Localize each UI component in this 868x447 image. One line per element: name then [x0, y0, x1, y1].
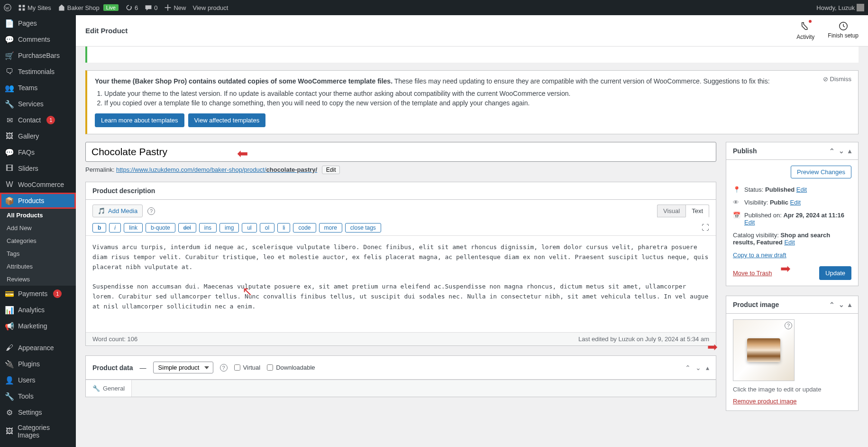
help-icon[interactable]: ? — [220, 364, 228, 372]
submenu-reviews[interactable]: Reviews — [0, 273, 76, 286]
edit-visibility-link[interactable]: Edit — [790, 199, 801, 206]
sidebar-item-plugins[interactable]: 🔌Plugins — [0, 356, 76, 372]
qtag-bquote[interactable]: b-quote — [146, 223, 175, 233]
chevron-up-icon[interactable]: ⌃ — [685, 364, 691, 372]
qtag-ul[interactable]: ul — [242, 223, 256, 233]
my-sites-link[interactable]: My Sites — [18, 4, 51, 11]
remove-image-link[interactable]: Remove product image — [733, 398, 796, 405]
sidebar-item-users[interactable]: 👤Users — [0, 372, 76, 388]
sidebar-item-analytics[interactable]: 📊Analytics — [0, 302, 76, 318]
tab-visual[interactable]: Visual — [657, 205, 685, 217]
dismiss-button[interactable]: ⊘Dismiss — [823, 75, 852, 83]
qtag-img[interactable]: img — [219, 223, 239, 233]
chevron-down-icon[interactable]: ⌄ — [839, 147, 844, 155]
qtag-close[interactable]: close tags — [345, 223, 381, 233]
help-icon[interactable]: ? — [785, 322, 792, 329]
sidebar-item-woocommerce[interactable]: WWooCommerce — [0, 177, 76, 193]
add-media-button[interactable]: 🎵Add Media — [92, 205, 143, 217]
plugin-icon: 🔌 — [5, 359, 14, 369]
sidebar-item-contact[interactable]: ✉Contact1 — [0, 112, 76, 128]
comments-link[interactable]: 0 — [145, 4, 157, 11]
sidebar-item-appearance[interactable]: 🖌Appearance — [0, 340, 76, 356]
chevron-down-icon[interactable]: ⌄ — [695, 364, 701, 372]
qtag-li[interactable]: li — [277, 223, 290, 233]
sidebar-item-comments[interactable]: 💬Comments — [0, 31, 76, 47]
sidebar-item-sliders[interactable]: 🎞Sliders — [0, 160, 76, 177]
notification-dot-icon — [809, 20, 812, 23]
wp-logo-icon[interactable] — [4, 4, 11, 11]
permalink-link[interactable]: https://www.luzukdemo.com/demo/baker-sho… — [116, 166, 317, 173]
sidebar-item-purchasebars[interactable]: 🛒PurchaseBars — [0, 47, 76, 64]
sidebar-item-payments[interactable]: 💳Payments1 — [0, 286, 76, 302]
sidebar-item-products[interactable]: 📦Products — [0, 193, 76, 209]
submenu-all-products[interactable]: All Products — [0, 209, 76, 222]
toggle-icon[interactable]: ▴ — [848, 147, 851, 155]
submenu-categories[interactable]: Categories — [0, 234, 76, 247]
view-affected-button[interactable]: View affected templates — [188, 113, 266, 127]
submenu-add-new[interactable]: Add New — [0, 222, 76, 234]
description-title: Product description — [92, 187, 155, 195]
edit-catalog-link[interactable]: Edit — [784, 239, 795, 246]
arrow-annotation-icon: ⬅ — [237, 146, 248, 161]
qtag-ol[interactable]: ol — [260, 223, 274, 233]
update-button[interactable]: Update — [819, 266, 851, 280]
contact-badge: 1 — [46, 116, 55, 124]
description-postbox: Product description 🎵Add Media ? Visual … — [85, 182, 716, 346]
sidebar-item-teams[interactable]: 👥Teams — [0, 80, 76, 96]
view-product-link[interactable]: View product — [192, 4, 228, 11]
product-type-select[interactable]: Simple product — [153, 362, 213, 373]
edit-slug-button[interactable]: Edit — [322, 166, 340, 174]
admin-sidebar: 📄Pages 💬Comments 🛒PurchaseBars 🗨Testimon… — [0, 15, 76, 447]
sidebar-item-services[interactable]: 🔧Services — [0, 96, 76, 112]
sidebar-item-settings[interactable]: ⚙Settings — [0, 404, 76, 420]
tab-general[interactable]: 🔧General — [86, 380, 132, 397]
product-image-thumbnail[interactable]: ? — [733, 319, 795, 381]
image-hint: Click the image to edit or update — [733, 386, 851, 393]
qtag-b[interactable]: b — [92, 223, 106, 233]
product-title-input[interactable] — [85, 142, 716, 162]
qtag-code[interactable]: code — [293, 223, 316, 233]
copy-draft-link[interactable]: Copy to a new draft — [733, 251, 786, 259]
activity-button[interactable]: Activity — [796, 21, 814, 40]
user-icon: 👤 — [5, 375, 14, 385]
qtag-more[interactable]: more — [319, 223, 342, 233]
image-icon: 🖼 — [5, 427, 14, 436]
qtag-i[interactable]: i — [109, 223, 121, 233]
help-icon[interactable]: ? — [147, 207, 155, 215]
move-trash-link[interactable]: Move to Trash — [733, 270, 772, 277]
sidebar-item-categories-images[interactable]: 🖼Categories Images — [0, 420, 76, 442]
qtag-ins[interactable]: ins — [199, 223, 217, 233]
new-link[interactable]: New — [164, 4, 186, 11]
learn-more-button[interactable]: Learn more about templates — [95, 113, 184, 127]
qtag-del[interactable]: del — [178, 223, 196, 233]
chevron-up-icon[interactable]: ⌃ — [829, 301, 835, 308]
toggle-icon[interactable]: ▴ — [848, 301, 851, 308]
edit-date-link[interactable]: Edit — [744, 219, 755, 226]
sidebar-item-faqs[interactable]: 💬FAQs — [0, 144, 76, 160]
tab-text[interactable]: Text — [685, 205, 709, 217]
fullscreen-icon[interactable]: ⛶ — [702, 224, 709, 232]
sidebar-item-tools[interactable]: 🔧Tools — [0, 388, 76, 404]
downloadable-checkbox[interactable]: Downloadable — [267, 364, 315, 371]
updates-link[interactable]: 6 — [125, 4, 138, 11]
content-textarea[interactable] — [86, 236, 716, 331]
sidebar-item-marketing[interactable]: 📢Marketing — [0, 318, 76, 334]
sidebar-item-pages[interactable]: 📄Pages — [0, 15, 76, 31]
submenu-attributes[interactable]: Attributes — [0, 260, 76, 273]
toggle-icon[interactable]: ▴ — [706, 364, 709, 372]
payments-badge: 1 — [53, 289, 62, 298]
howdy-link[interactable]: Howdy, Luzuk — [816, 4, 864, 11]
testimonial-icon: 🗨 — [5, 67, 14, 76]
qtag-link[interactable]: link — [124, 223, 143, 233]
chevron-down-icon[interactable]: ⌄ — [839, 301, 844, 308]
sidebar-item-gallery[interactable]: 🖼Gallery — [0, 128, 76, 144]
product-icon: 📦 — [5, 196, 14, 205]
site-name-link[interactable]: Baker ShopLive — [58, 4, 119, 11]
submenu-tags[interactable]: Tags — [0, 247, 76, 260]
virtual-checkbox[interactable]: Virtual — [234, 364, 261, 371]
preview-changes-button[interactable]: Preview Changes — [791, 166, 851, 178]
chevron-up-icon[interactable]: ⌃ — [829, 147, 835, 155]
edit-status-link[interactable]: Edit — [796, 186, 807, 193]
sidebar-item-testimonials[interactable]: 🗨Testimonials — [0, 64, 76, 80]
finish-setup-button[interactable]: Finish setup — [828, 21, 859, 40]
